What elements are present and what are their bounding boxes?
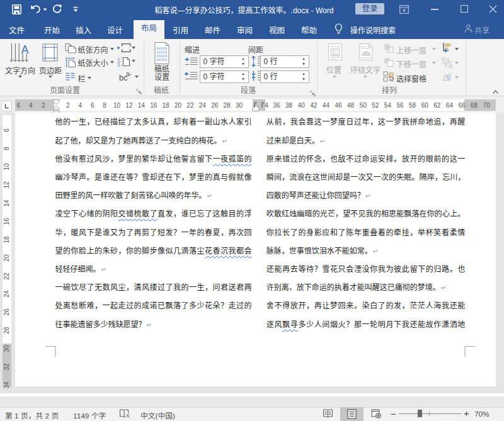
svg-text:A: A (21, 43, 29, 56)
svg-text:a-: a- (126, 70, 132, 77)
svg-text:3: 3 (118, 63, 120, 67)
